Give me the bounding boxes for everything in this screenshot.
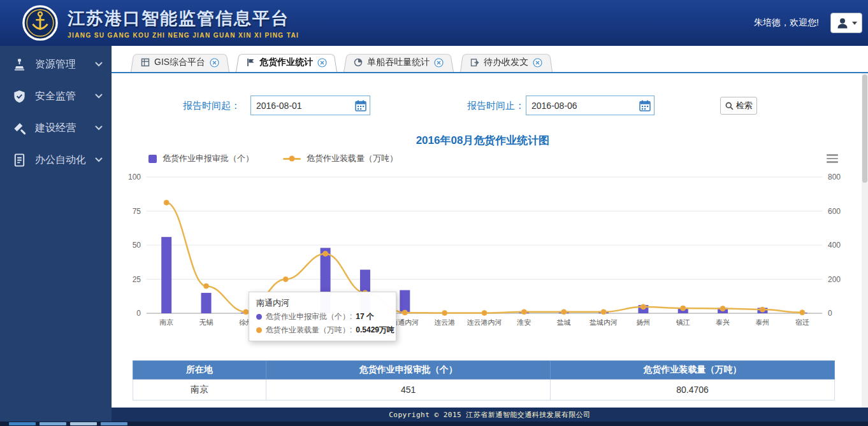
shield-icon [12,89,27,104]
svg-text:淮安: 淮安 [516,318,531,326]
copyright-footer: Copyright © 2015 江苏省新通智能交通科技发展有限公司 [112,408,868,422]
search-button[interactable]: 检索 [720,97,757,115]
tooltip-line-dot [256,327,262,333]
tab-close-icon[interactable] [434,58,444,67]
svg-text:25: 25 [133,275,141,284]
svg-text:75: 75 [133,207,141,216]
sidebar-nav: 资源管理 安全监管 建设经营 [0,46,112,422]
legend-bar-swatch [148,155,157,163]
legend-item-bar[interactable]: 危货作业申报审批（个） [148,153,254,164]
calendar-icon[interactable] [636,96,654,115]
tooltip-line-label: 危货作业装载量（万吨）: [266,325,352,336]
platform-logo-icon [22,4,59,41]
svg-text:泰州: 泰州 [755,318,769,326]
flag-icon [246,58,255,67]
tooltip-line-value: 0.5429万吨 [356,325,394,336]
office-document-icon [12,153,27,167]
search-button-label: 检索 [736,100,753,111]
svg-text:400: 400 [828,241,841,250]
cargo-chart-svg[interactable]: 00252005040075600100800南京无锡徐州常州苏州南通南通内河连… [118,164,851,346]
table-cell-loadage: 80.4706 [551,380,835,401]
app-title: 江苏港口智能监管信息平台 [68,7,299,30]
chart-tooltip: 南通内河 危货作业申报审批（个）: 17 个 危货作业装载量（万吨）: 0.54… [249,292,396,341]
header-right: 朱培德，欢迎您! [754,13,868,33]
table-header-location: 所在地 [133,361,266,380]
chevron-down-icon [95,125,103,131]
caret-down-icon [852,22,857,25]
tooltip-bar-value: 17 个 [356,311,374,322]
svg-text:泰兴: 泰兴 [716,318,730,326]
end-date-field [526,96,655,115]
legend-line-label: 危货作业装载量（万吨） [307,153,398,164]
end-date-label: 报告时间止： [467,100,524,112]
sidebar-item-safety[interactable]: 安全监管 [0,80,112,112]
tab-close-icon[interactable] [533,58,542,67]
app-subtitle: JIANG SU GANG KOU ZHI NENG JIAN GUAN XIN… [68,32,299,39]
report-filter-bar: 报告时间起： 报告时间止： [112,96,859,117]
table-row: 南京 451 80.4706 [133,380,835,401]
taskbar-strip [0,422,868,426]
chart-legend: 危货作业申报审批（个） 危货作业装载量（万吨） [148,153,398,164]
tab-bar: GIS综合平台 危货作业统计 [112,46,868,73]
tooltip-title: 南通内河 [256,297,389,309]
sidebar-item-label: 资源管理 [35,58,95,71]
start-date-label: 报告时间起： [183,100,240,112]
chart-menu-icon[interactable] [827,154,838,163]
svg-text:扬州: 扬州 [635,318,650,326]
tooltip-bar-dot [256,314,262,320]
svg-text:连云港: 连云港 [434,318,455,326]
gis-grid-icon [141,58,150,67]
end-date-input[interactable] [526,101,636,111]
table-header-row: 所在地 危货作业申报审批（个） 危货作业装载量（万吨） [133,361,835,380]
send-document-icon [470,58,479,67]
tab-close-icon[interactable] [210,58,219,67]
sidebar-item-construction[interactable]: 建设经营 [0,112,112,144]
legend-item-line[interactable]: 危货作业装载量（万吨） [283,153,398,164]
calendar-icon[interactable] [352,96,370,115]
svg-text:0: 0 [828,309,832,318]
tooltip-bar-label: 危货作业申报审批（个）: [266,311,352,322]
tooltip-row-line: 危货作业装载量（万吨）: 0.5429万吨 [256,325,389,336]
sidebar-item-label: 建设经营 [35,122,95,135]
svg-text:南京: 南京 [159,318,173,326]
title-block: 江苏港口智能监管信息平台 JIANG SU GANG KOU ZHI NENG … [68,7,299,39]
svg-text:50: 50 [133,241,141,250]
svg-text:0: 0 [136,309,141,318]
top-header: 江苏港口智能监管信息平台 JIANG SU GANG KOU ZHI NENG … [0,0,868,46]
sidebar-item-office-automation[interactable]: 办公自动化 [0,144,112,176]
svg-text:连云港内河: 连云港内河 [467,318,502,326]
user-menu-button[interactable] [830,13,862,33]
table-cell-approvals: 451 [266,380,551,401]
tab-pending-documents[interactable]: 待办收发文 [460,53,553,72]
table-header-loadage: 危货作业装载量（万吨） [551,361,835,380]
tab-ship-throughput-stats[interactable]: 单船吞吐量统计 [344,53,454,72]
main-content: GIS综合平台 危货作业统计 [112,46,868,422]
scrollbar-thumb[interactable] [862,75,867,183]
copyright-text: Copyright © 2015 江苏省新通智能交通科技发展有限公司 [389,410,591,420]
start-date-field [250,96,370,115]
tooltip-row-bar: 危货作业申报审批（个）: 17 个 [256,311,389,322]
pie-chart-icon [354,58,363,67]
tab-label: 待办收发文 [484,57,528,68]
tab-gis-platform[interactable]: GIS综合平台 [131,53,229,72]
sidebar-item-resources[interactable]: 资源管理 [0,48,112,80]
vertical-scrollbar[interactable] [862,73,868,408]
legend-line-dot [289,156,295,162]
cargo-chart: 00252005040075600100800南京无锡徐州常州苏州南通南通内河连… [118,164,851,349]
tab-dangerous-cargo-stats[interactable]: 危货作业统计 [236,53,337,72]
sidebar-item-label: 办公自动化 [35,153,95,167]
resource-icon [12,57,27,72]
legend-line-swatch [283,158,301,160]
svg-text:600: 600 [828,207,841,216]
chevron-down-icon [95,94,103,99]
tab-label: 危货作业统计 [259,57,313,68]
tab-close-icon[interactable] [317,58,327,67]
welcome-text: 朱培德，欢迎您! [754,17,819,29]
table-cell-location: 南京 [133,380,266,401]
construction-icon [12,121,27,136]
search-icon [725,102,734,110]
tab-label: 单船吞吐量统计 [367,57,430,68]
start-date-input[interactable] [251,101,352,111]
tab-label: GIS综合平台 [154,57,205,68]
sidebar-item-label: 安全监管 [35,90,95,103]
